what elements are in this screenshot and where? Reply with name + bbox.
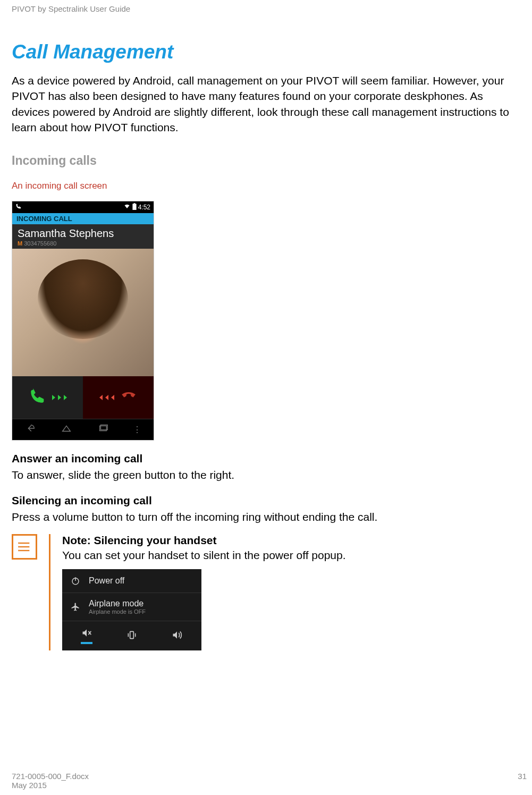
- sound-mode-button[interactable]: [171, 630, 183, 642]
- svg-point-8: [18, 546, 20, 548]
- answer-slider[interactable]: [12, 376, 83, 419]
- silence-text: Press a volume button to turn off the in…: [12, 509, 520, 525]
- power-popup: Power off Airplane mode Airplane mode is…: [62, 569, 201, 650]
- caller-name: Samantha Stephens: [18, 227, 148, 240]
- popup-poweroff[interactable]: Power off: [62, 569, 201, 593]
- svg-point-9: [18, 550, 20, 552]
- slide-left-arrows: [99, 395, 114, 400]
- phone-status-icon: [15, 203, 22, 211]
- caller-number: 3034755680: [24, 240, 56, 247]
- answer-heading: Answer an incoming call: [12, 452, 520, 465]
- note-text: You can set your handset to silent in th…: [62, 549, 520, 562]
- airplane-icon: [70, 601, 81, 613]
- caller-photo: [12, 249, 154, 376]
- slide-right-arrows: [52, 395, 67, 400]
- svg-rect-0: [132, 204, 136, 210]
- incoming-banner: INCOMING CALL: [12, 213, 154, 224]
- intro-paragraph: As a device powered by Android, call man…: [12, 73, 520, 136]
- doc-header: PIVOT by Spectralink User Guide: [12, 0, 520, 13]
- wifi-icon: [123, 203, 131, 211]
- page-footer: 721-0005-000_F.docx May 2015 31: [12, 772, 527, 790]
- vibrate-mode-button[interactable]: [126, 630, 138, 642]
- page-title: Call Management: [12, 41, 520, 63]
- footer-doc: 721-0005-000_F.docx: [12, 772, 89, 781]
- recents-icon[interactable]: [97, 422, 109, 437]
- menu-icon[interactable]: ⋮: [133, 425, 141, 435]
- silent-mode-button[interactable]: [81, 628, 92, 644]
- power-icon: [70, 575, 81, 587]
- battery-icon: [132, 203, 137, 212]
- call-action-bar: [12, 376, 154, 419]
- decline-phone-icon: [120, 387, 138, 408]
- popup-poweroff-label: Power off: [89, 576, 124, 586]
- status-time: 4:52: [138, 204, 150, 211]
- popup-sound-row: [62, 621, 201, 650]
- popup-airplane[interactable]: Airplane mode Airplane mode is OFF: [62, 593, 201, 621]
- svg-point-7: [18, 543, 20, 544]
- footer-date: May 2015: [12, 781, 89, 790]
- svg-rect-14: [130, 631, 134, 638]
- answer-phone-icon: [29, 387, 47, 408]
- footer-page: 31: [518, 772, 527, 790]
- figure-caption: An incoming call screen: [12, 181, 520, 191]
- home-icon[interactable]: [60, 422, 73, 437]
- back-icon[interactable]: [24, 422, 36, 437]
- answer-text: To answer, slide the green button to the…: [12, 467, 520, 483]
- silence-heading: Silencing an incoming call: [12, 494, 520, 507]
- note-title: Note: Silencing your handset: [62, 534, 520, 547]
- svg-rect-1: [133, 203, 135, 204]
- phone-screenshot: 4:52 INCOMING CALL Samantha Stephens M 3…: [12, 201, 154, 441]
- android-nav-bar: ⋮: [12, 419, 154, 440]
- note-icon: [12, 534, 37, 560]
- subheading-incoming: Incoming calls: [12, 154, 520, 168]
- note-block: Note: Silencing your handset You can set…: [12, 534, 520, 650]
- popup-airplane-sub: Airplane mode is OFF: [89, 608, 146, 615]
- caller-type: M: [18, 240, 22, 247]
- decline-slider[interactable]: [83, 376, 154, 419]
- status-bar: 4:52: [12, 201, 154, 213]
- caller-info: Samantha Stephens M 3034755680: [12, 224, 154, 249]
- popup-airplane-label: Airplane mode: [89, 599, 143, 608]
